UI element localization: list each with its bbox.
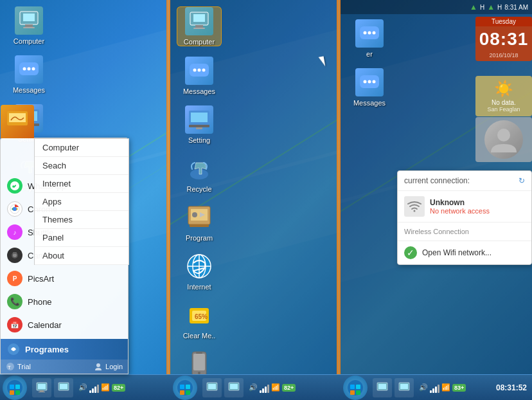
wifi-icon-3: 📶 <box>441 383 450 392</box>
svg-point-25 <box>96 363 100 367</box>
taskbar-2-monitor-1[interactable] <box>202 378 222 397</box>
svg-rect-29 <box>10 390 14 395</box>
icon-clearme[interactable]: 65% Clear Me.. <box>177 301 222 340</box>
menu-item-internet[interactable]: Internet <box>35 175 129 193</box>
svg-rect-68 <box>180 385 184 389</box>
phone-icon: 📞 <box>7 294 22 309</box>
svg-point-43 <box>193 69 197 72</box>
wifi-icon-1: 📶 <box>101 383 110 392</box>
svg-rect-27 <box>10 385 14 389</box>
menu-item-computer[interactable]: Computer <box>35 139 129 157</box>
menu-item-themes[interactable]: Themes <box>35 211 129 229</box>
programs-button[interactable]: Programes <box>1 339 128 359</box>
messages-3-label: Messages <box>353 99 386 107</box>
weather-text: No data. <box>479 99 528 106</box>
svg-rect-71 <box>186 390 190 395</box>
signal-up-icon: ▲ <box>470 3 477 12</box>
start-button-1[interactable] <box>3 376 27 400</box>
panel-1: Computer Messages <box>0 0 170 400</box>
trial-button[interactable]: T Trial <box>6 362 31 371</box>
notif-refresh-btn[interactable]: ↻ <box>519 176 525 185</box>
taskbar-3: 🔊 📶 83+ 08:31:52 <box>341 374 532 400</box>
signal-h2-text: H <box>497 4 502 11</box>
svg-point-54 <box>192 212 197 217</box>
icon-computer[interactable]: Computer <box>6 6 51 45</box>
svg-rect-95 <box>400 384 408 389</box>
icon-internet[interactable]: Internet <box>177 252 222 291</box>
panel-3-icons: er Messages <box>347 19 392 117</box>
messages-3-icon-img <box>355 68 384 96</box>
unknown-label: Unknown <box>430 198 490 207</box>
svg-rect-48 <box>189 125 209 127</box>
menu-item-apps[interactable]: Apps <box>35 193 129 211</box>
menu-item-search[interactable]: Seach <box>35 157 129 175</box>
svg-rect-53 <box>190 224 209 227</box>
svg-rect-73 <box>208 384 216 389</box>
svg-point-78 <box>364 32 367 35</box>
taskbar-3-monitor-1[interactable] <box>373 378 392 397</box>
svg-rect-30 <box>15 390 20 395</box>
svg-point-83 <box>368 80 371 84</box>
taskbar-1: 🔊 📶 82+ <box>0 374 170 400</box>
start-button-2[interactable] <box>173 376 197 400</box>
icon-messages-2[interactable]: Messages <box>177 57 222 95</box>
messages-label: Messages <box>13 86 45 94</box>
notif-connection: Unknown No network access <box>398 191 531 223</box>
clearme-icon-img: 65% <box>185 301 213 329</box>
taskbar-icon-monitor-1[interactable] <box>32 378 51 397</box>
svg-rect-89 <box>356 385 360 389</box>
taskbar-3-monitor-2[interactable] <box>395 378 414 397</box>
notif-header: current connection: ↻ <box>398 171 531 191</box>
status-bar: ▲ H ▲ H 8:31 AM <box>341 0 532 14</box>
panel-2-divider <box>337 0 341 400</box>
clock-time: 08:31 <box>475 26 532 52</box>
clearme-label: Clear Me.. <box>183 332 216 340</box>
login-label: Login <box>105 363 123 370</box>
icon-er[interactable]: er <box>347 19 392 58</box>
open-wifi-icon: ✓ <box>404 246 417 259</box>
messages-2-icon-img <box>185 57 213 85</box>
svg-rect-90 <box>350 390 355 395</box>
open-wifi-button[interactable]: ✓ Open Wifi network... <box>398 241 531 264</box>
speaker-icon-3: 🔊 <box>419 383 428 392</box>
svg-rect-21 <box>13 252 17 254</box>
svg-point-18 <box>13 207 17 211</box>
svg-point-8 <box>28 68 31 71</box>
program-icon-img <box>185 203 213 232</box>
open-wifi-label: Open Wifi network... <box>422 248 492 257</box>
contact-widget <box>475 117 532 162</box>
svg-rect-69 <box>186 385 190 389</box>
icon-program[interactable]: Program <box>177 203 222 242</box>
taskbar-2-monitor-2[interactable] <box>224 378 244 397</box>
svg-point-84 <box>373 80 376 84</box>
battery-2: 82+ <box>282 384 296 392</box>
icon-recycle-2[interactable]: Recycle <box>177 154 222 193</box>
picsart-label: PicsArt <box>28 274 54 284</box>
menu-phone[interactable]: 📞 Phone <box>1 290 128 313</box>
svg-rect-4 <box>25 24 33 27</box>
login-button[interactable]: Login <box>94 362 123 371</box>
icon-messages-3[interactable]: Messages <box>347 68 392 107</box>
speaker-icon-1: 🔊 <box>78 383 87 392</box>
taskbar-2-icons <box>202 378 244 397</box>
start-menu-header <box>1 105 34 138</box>
menu-picsart[interactable]: P PicsArt <box>1 267 128 290</box>
menu-calendar[interactable]: 📅 Calendar <box>1 313 128 336</box>
taskbar-3-icons <box>373 378 414 397</box>
taskbar-3-sys: 🔊 📶 83+ <box>419 383 466 393</box>
menu-item-about[interactable]: About <box>35 247 129 265</box>
computer-icon-img <box>15 6 43 35</box>
svg-point-79 <box>368 32 371 35</box>
setting-2-label: Setting <box>188 136 210 144</box>
start-button-3[interactable] <box>343 376 368 400</box>
icon-computer-2[interactable]: Computer <box>177 6 222 46</box>
panel-2: Computer Messages <box>170 0 341 400</box>
desktop-container: Computer Messages <box>0 0 532 400</box>
status-icons: ▲ H ▲ H 8:31 AM <box>470 3 528 12</box>
menu-item-panel[interactable]: Panel <box>35 229 129 247</box>
taskbar-2-sys: 🔊 📶 82+ <box>249 383 296 393</box>
icon-messages[interactable]: Messages <box>6 55 51 94</box>
icon-setting-2[interactable]: Setting <box>177 105 222 144</box>
taskbar-icon-monitor-2a[interactable] <box>54 378 73 397</box>
current-connection-label: current connection: <box>404 176 470 185</box>
